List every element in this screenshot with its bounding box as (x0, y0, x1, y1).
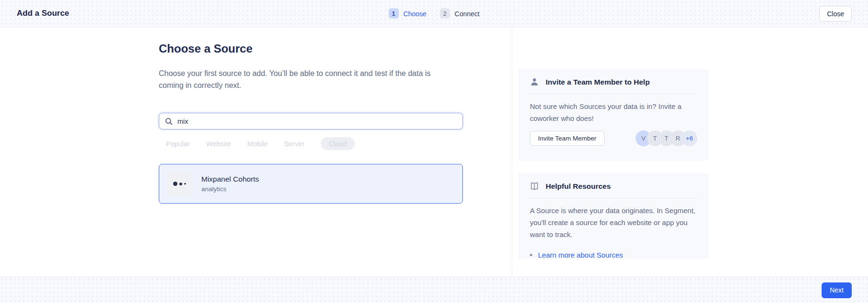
tab-popular[interactable]: Popular (166, 137, 190, 150)
team-avatars: V T T R +6 (636, 130, 697, 146)
invite-panel-body: Not sure which Sources your data is in? … (530, 100, 697, 124)
panel-divider (530, 94, 697, 94)
source-search-box (159, 113, 463, 130)
step-number-badge: 2 (440, 9, 450, 19)
page-heading: Choose a Source (159, 42, 253, 55)
invite-panel-header: Invite a Team Member to Help (530, 69, 697, 87)
bottom-bar: Next (0, 277, 868, 303)
search-input[interactable] (177, 118, 457, 125)
book-icon (530, 182, 539, 191)
page-description: Choose your first source to add. You’ll … (159, 67, 444, 91)
tab-website[interactable]: Website (206, 137, 231, 150)
invite-panel-title: Invite a Team Member to Help (546, 78, 650, 87)
invite-row: Invite Team Member V T T R +6 (530, 130, 697, 146)
step-label: Connect (455, 10, 480, 17)
person-icon (530, 77, 539, 87)
resources-panel-title: Helpful Resources (546, 182, 611, 191)
content-divider (512, 27, 512, 277)
top-bar: Add a Source 1 Choose 2 Connect Close (0, 0, 868, 27)
add-source-page: Add a Source 1 Choose 2 Connect Close Ch… (0, 0, 868, 303)
wizard-stepper: 1 Choose 2 Connect (388, 9, 479, 19)
invite-team-member-button[interactable]: Invite Team Member (530, 131, 604, 146)
step-label: Choose (403, 10, 426, 17)
resource-link-item: Learn more about Sources (530, 251, 697, 259)
resources-panel-header: Helpful Resources (530, 173, 697, 191)
search-icon (165, 118, 173, 125)
next-button[interactable]: Next (822, 282, 852, 298)
bullet-icon (530, 254, 532, 256)
panel-divider (530, 198, 697, 198)
mixpanel-dots-icon (167, 171, 192, 196)
tab-mobile[interactable]: Mobile (247, 137, 268, 150)
source-name: Mixpanel Cohorts (201, 175, 259, 184)
resources-panel-body: A Source is where your data originates. … (530, 205, 697, 240)
tab-cloud[interactable]: Cloud (321, 137, 355, 150)
step-connect[interactable]: 2 Connect (440, 9, 480, 19)
learn-more-sources-link[interactable]: Learn more about Sources (538, 251, 623, 259)
invite-panel: Invite a Team Member to Help Not sure wh… (518, 69, 709, 161)
source-category: analytics (201, 185, 259, 193)
window-title: Add a Source (17, 9, 69, 18)
category-tabs: Popular Website Mobile Server Cloud (166, 137, 355, 150)
source-meta: Mixpanel Cohorts analytics (201, 175, 259, 193)
source-card-mixpanel-cohorts[interactable]: Mixpanel Cohorts analytics (159, 164, 463, 204)
step-choose[interactable]: 1 Choose (388, 9, 426, 19)
avatar-overflow-count: +6 (681, 130, 697, 146)
close-button[interactable]: Close (819, 6, 852, 22)
step-number-badge: 1 (388, 9, 398, 19)
tab-server[interactable]: Server (284, 137, 305, 150)
helpful-resources-panel: Helpful Resources A Source is where your… (518, 173, 709, 259)
